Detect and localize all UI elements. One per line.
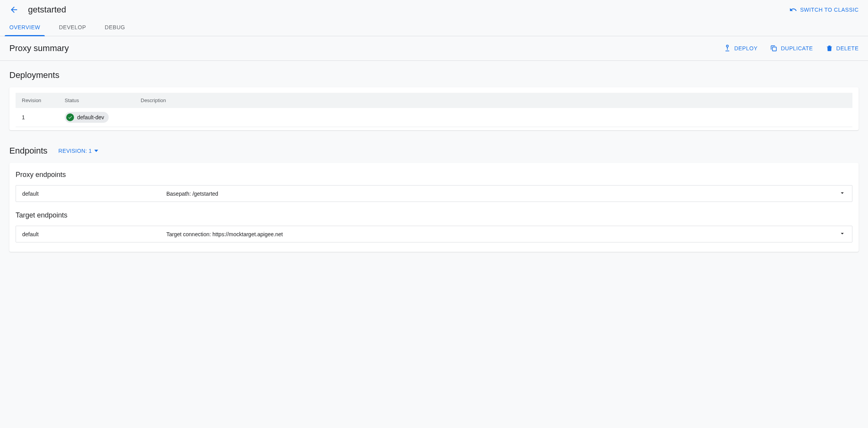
check-circle-icon	[66, 113, 74, 121]
deployments-table: Revision Status Description 1 default-de…	[16, 93, 852, 127]
delete-button[interactable]: DELETE	[826, 44, 859, 52]
cell-description	[134, 108, 852, 127]
table-header-row: Revision Status Description	[16, 93, 852, 108]
status-label: default-dev	[77, 114, 104, 120]
endpoint-detail: Target connection: https://mocktarget.ap…	[166, 231, 839, 237]
proxy-endpoints-title: Proxy endpoints	[16, 171, 852, 179]
summary-title: Proxy summary	[9, 43, 69, 53]
deployments-card: Revision Status Description 1 default-de…	[9, 87, 859, 130]
endpoints-title: Endpoints	[9, 146, 48, 156]
delete-label: DELETE	[836, 45, 859, 51]
action-buttons: DEPLOY DUPLICATE DELETE	[723, 44, 859, 52]
tab-overview[interactable]: OVERVIEW	[9, 19, 40, 36]
header-left: getstarted	[9, 5, 66, 15]
endpoints-card: Proxy endpoints default Basepath: /getst…	[9, 163, 859, 252]
deploy-icon	[723, 44, 731, 52]
duplicate-icon	[770, 44, 778, 52]
endpoint-name: default	[22, 191, 166, 197]
chevron-down-icon	[839, 189, 846, 198]
deploy-button[interactable]: DEPLOY	[723, 44, 758, 52]
undo-icon	[789, 6, 797, 14]
deploy-label: DEPLOY	[734, 45, 758, 51]
page-title: getstarted	[28, 5, 66, 15]
col-status: Status	[58, 93, 134, 108]
status-chip: default-dev	[65, 112, 109, 123]
deployments-title: Deployments	[9, 70, 859, 80]
table-row: 1 default-dev	[16, 108, 852, 127]
duplicate-button[interactable]: DUPLICATE	[770, 44, 813, 52]
col-revision: Revision	[16, 93, 58, 108]
cell-status: default-dev	[58, 108, 134, 127]
summary-bar: Proxy summary DEPLOY DUPLICATE DELETE	[0, 36, 868, 61]
chevron-down-icon	[94, 150, 98, 152]
back-arrow-icon[interactable]	[9, 5, 19, 14]
tab-debug[interactable]: DEBUG	[105, 19, 125, 36]
chevron-down-icon	[839, 230, 846, 238]
tab-develop[interactable]: DEVELOP	[59, 19, 86, 36]
revision-dropdown[interactable]: REVISION: 1	[58, 148, 98, 154]
target-endpoints-title: Target endpoints	[16, 211, 852, 219]
switch-to-classic-label: SWITCH TO CLASSIC	[800, 7, 859, 13]
endpoint-name: default	[22, 231, 166, 237]
target-endpoint-row[interactable]: default Target connection: https://mockt…	[16, 226, 852, 242]
cell-revision: 1	[16, 108, 58, 127]
duplicate-label: DUPLICATE	[781, 45, 813, 51]
switch-to-classic-button[interactable]: SWITCH TO CLASSIC	[789, 6, 859, 14]
header-bar: getstarted SWITCH TO CLASSIC	[0, 0, 868, 19]
col-description: Description	[134, 93, 852, 108]
proxy-endpoint-row[interactable]: default Basepath: /getstarted	[16, 185, 852, 202]
endpoints-header: Endpoints REVISION: 1	[9, 146, 859, 156]
delete-icon	[826, 44, 833, 52]
content-area: Deployments Revision Status Description …	[0, 61, 868, 277]
endpoint-detail: Basepath: /getstarted	[166, 191, 839, 197]
tab-bar: OVERVIEW DEVELOP DEBUG	[0, 19, 868, 36]
svg-rect-1	[773, 47, 776, 51]
revision-label: REVISION: 1	[58, 148, 92, 154]
